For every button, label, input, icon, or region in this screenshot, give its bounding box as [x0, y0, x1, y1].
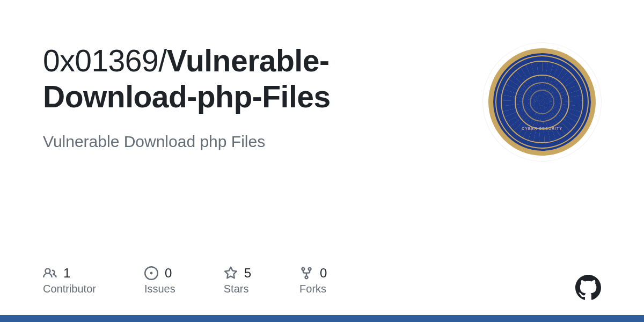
stat-stars-label: Stars — [224, 283, 251, 295]
stat-contributors-count: 1 — [63, 266, 70, 281]
stat-issues-count: 0 — [165, 266, 172, 281]
contributors-icon — [43, 266, 57, 280]
stat-forks-label: Forks — [299, 283, 327, 295]
accent-bar — [0, 315, 644, 322]
stat-issues: 0 Issues — [144, 266, 175, 295]
stat-contributors-label: Contributor — [43, 283, 96, 295]
repo-title: 0x01369/Vulnerable-Download-php-Files — [43, 43, 462, 115]
stat-forks: 0 Forks — [299, 266, 327, 295]
main-content: 0x01369/Vulnerable-Download-php-Files Vu… — [43, 43, 462, 153]
stat-forks-count: 0 — [320, 266, 327, 281]
star-icon — [224, 266, 238, 280]
issues-icon — [144, 266, 158, 280]
stat-contributors: 1 Contributor — [43, 266, 96, 295]
avatar: CYBER SECURITY — [483, 43, 601, 161]
stats-row: 1 Contributor 0 Issues 5 Stars 0 — [43, 266, 327, 295]
github-logo-icon — [575, 275, 601, 301]
stat-issues-label: Issues — [144, 283, 175, 295]
stat-stars: 5 Stars — [224, 266, 251, 295]
fork-icon — [299, 266, 313, 280]
avatar-seal-text: CYBER SECURITY — [502, 127, 582, 130]
repo-card: 0x01369/Vulnerable-Download-php-Files Vu… — [0, 0, 644, 161]
avatar-seal: CYBER SECURITY — [488, 48, 596, 156]
repo-owner: 0x01369 — [43, 43, 158, 78]
repo-description: Vulnerable Download php Files — [43, 130, 462, 153]
stat-stars-count: 5 — [244, 266, 251, 281]
repo-separator: / — [158, 43, 166, 78]
